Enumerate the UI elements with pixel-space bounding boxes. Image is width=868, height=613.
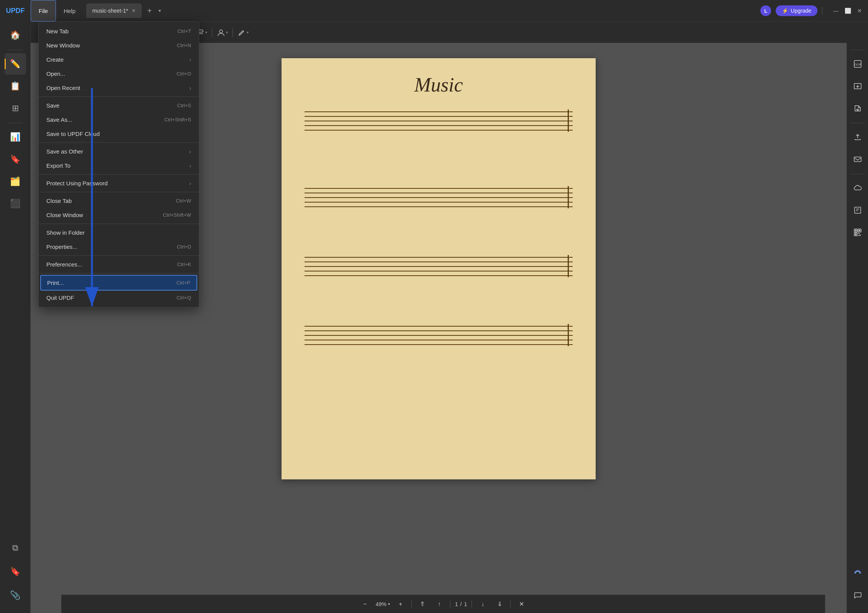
menu-divider (39, 224, 199, 224)
menu-item-properties-[interactable]: Properties...Ctrl+D (39, 240, 199, 254)
app-logo: UPDF (0, 0, 31, 21)
sidebar-item-chart[interactable]: 📊 (5, 126, 26, 148)
separator (822, 7, 822, 15)
add-tab-button[interactable]: + (143, 5, 156, 17)
sidebar-left: 🏠 ✏️ 📋 ⊞ 📊 🔖 🗂️ ⬛ ⧉ 🔖 📎 (0, 21, 31, 613)
menu-divider (39, 255, 199, 256)
zoom-out-button[interactable]: − (359, 598, 371, 610)
sidebar-item-redact[interactable]: ⬛ (5, 193, 26, 214)
menu-item-close-tab[interactable]: Close TabCtrl+W (39, 194, 199, 208)
menu-item-new-tab[interactable]: New TabCtrl+T (39, 24, 199, 38)
menu-item-arrow-icon: › (189, 163, 191, 169)
menu-divider (39, 273, 199, 273)
zoom-in-button[interactable]: + (395, 598, 407, 610)
file-menu-dropdown: New TabCtrl+TNew WindowCtrl+NCreate›Open… (38, 21, 199, 307)
menu-divider (39, 174, 199, 175)
menu-item-label: Save As... (46, 116, 149, 123)
menu-item-arrow-icon: › (189, 85, 191, 91)
sidebar-item-edit[interactable]: ✏️ (5, 53, 26, 75)
right-sidebar-ocr[interactable]: OCR (847, 53, 868, 75)
menu-item-save-as-[interactable]: Save As...Ctrl+Shift+S (39, 113, 199, 127)
tab-music-sheet[interactable]: music-sheet-1* ✕ (86, 3, 142, 18)
menu-item-show-in-folder[interactable]: Show in Folder (39, 226, 199, 240)
close-button[interactable]: ✕ (857, 8, 862, 14)
menu-item-save-as-other[interactable]: Save as Other› (39, 144, 199, 159)
toolbar-person-arrow: ▾ (226, 30, 228, 34)
sidebar-item-home[interactable]: 🏠 (5, 25, 26, 46)
right-sidebar-bottom (847, 561, 868, 613)
last-page-button[interactable]: ⇓ (493, 598, 506, 610)
menu-item-label: New Tab (46, 28, 162, 34)
help-menu-button[interactable]: Help (56, 0, 83, 21)
sidebar-item-bookmark[interactable]: 🔖 (5, 561, 26, 582)
right-sidebar-email[interactable] (847, 149, 868, 170)
sidebar-bottom: ⧉ 🔖 📎 (5, 537, 26, 613)
upgrade-icon: ⚡ (782, 8, 788, 14)
status-sep-2 (450, 600, 450, 608)
menu-item-export-to[interactable]: Export To› (39, 159, 199, 173)
menu-item-close-window[interactable]: Close WindowCtrl+Shift+W (39, 208, 199, 222)
menu-item-open-[interactable]: Open...Ctrl+O (39, 67, 199, 81)
menu-divider (39, 192, 199, 192)
prev-page-button[interactable]: ↑ (433, 598, 445, 610)
menu-item-protect-using-password[interactable]: Protect Using Password› (39, 176, 199, 190)
menu-item-label: Save as Other (46, 148, 186, 155)
menu-item-arrow-icon: › (189, 149, 191, 155)
pdf-title: Music (305, 74, 573, 96)
menu-item-label: Show in Folder (46, 229, 191, 236)
menu-divider (39, 142, 199, 143)
next-page-button[interactable]: ↓ (477, 598, 489, 610)
menu-item-save-to-updf-cloud[interactable]: Save to UPDF Cloud (39, 127, 199, 141)
menu-item-quit-updf[interactable]: Quit UPDFCtrl+Q (39, 291, 199, 305)
menu-item-label: Open Recent (46, 85, 186, 91)
tab-close-button[interactable]: ✕ (132, 8, 136, 13)
right-sidebar-ocr2[interactable] (847, 199, 868, 221)
menu-item-label: New Window (46, 42, 162, 49)
zoom-dropdown-arrow[interactable]: ▾ (388, 602, 390, 606)
svg-point-13 (219, 30, 223, 33)
right-sidebar-image-export[interactable] (847, 75, 868, 97)
menu-item-label: Protect Using Password (46, 180, 186, 186)
upgrade-button[interactable]: ⚡ Upgrade (776, 5, 817, 16)
page-separator: / (460, 601, 462, 607)
sidebar-item-attachment[interactable]: 📎 (5, 585, 26, 606)
right-sidebar-cloud[interactable] (847, 177, 868, 199)
file-menu-button[interactable]: File (31, 0, 56, 21)
sidebar-item-grid[interactable]: ⊞ (5, 98, 26, 119)
right-sidebar-file-export[interactable] (847, 98, 868, 119)
titlebar-right: L ⚡ Upgrade — ⬜ ✕ (760, 5, 868, 16)
minimize-button[interactable]: — (833, 8, 839, 14)
svg-text:OCR: OCR (854, 63, 861, 66)
user-avatar[interactable]: L (760, 5, 771, 16)
menu-item-label: Export To (46, 162, 186, 169)
toolbar-pen-btn[interactable]: ▾ (237, 28, 249, 37)
right-sidebar-rainbow[interactable] (847, 561, 868, 582)
right-sidebar-share[interactable] (847, 126, 868, 148)
window-controls: — ⬜ ✕ (833, 8, 862, 14)
sidebar-item-list[interactable]: 📋 (5, 75, 26, 97)
sidebar-item-compare[interactable]: 🗂️ (5, 171, 26, 192)
pdf-content: Music (282, 58, 596, 372)
menu-item-print-[interactable]: Print...Ctrl+P (40, 275, 197, 291)
close-statusbar-button[interactable]: ✕ (515, 598, 527, 610)
menu-item-preferences-[interactable]: Preferences...Ctrl+K (39, 257, 199, 271)
menu-item-new-window[interactable]: New WindowCtrl+N (39, 38, 199, 52)
right-sidebar-comment[interactable] (847, 585, 868, 606)
menu-item-shortcut: Ctrl+D (177, 244, 191, 250)
tab-chevron-button[interactable]: ▾ (159, 8, 161, 13)
status-sep-3 (472, 600, 472, 608)
status-sep-1 (411, 600, 412, 608)
zoom-display: 49% ▾ (376, 601, 390, 607)
right-sidebar-qr[interactable] (847, 222, 868, 243)
menu-item-create[interactable]: Create› (39, 52, 199, 67)
svg-rect-24 (855, 234, 857, 235)
menu-item-label: Preferences... (46, 261, 162, 268)
sidebar-item-layers[interactable]: ⧉ (5, 537, 26, 559)
maximize-button[interactable]: ⬜ (845, 8, 851, 14)
menu-item-open-recent[interactable]: Open Recent› (39, 81, 199, 95)
menu-item-save[interactable]: SaveCtrl+S (39, 98, 199, 113)
menu-item-label: Print... (47, 280, 161, 286)
first-page-button[interactable]: ⇑ (416, 598, 429, 610)
sidebar-item-stamp[interactable]: 🔖 (5, 149, 26, 170)
toolbar-person-btn[interactable]: ▾ (217, 28, 228, 37)
